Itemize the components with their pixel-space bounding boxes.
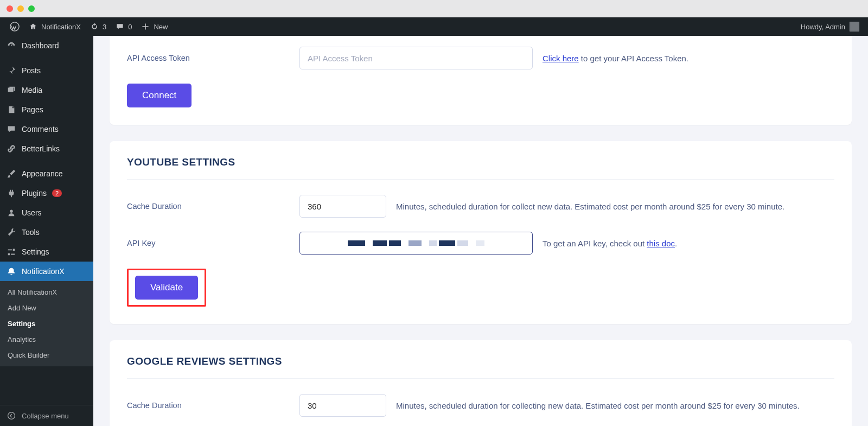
- admin-sidebar: Dashboard Posts Media Pages Comments Bet…: [0, 36, 93, 426]
- pin-icon: [7, 66, 16, 75]
- bell-icon: [7, 266, 16, 276]
- sidebar-item-users[interactable]: Users: [0, 203, 93, 222]
- sidebar-item-dashboard[interactable]: Dashboard: [0, 36, 93, 55]
- row-gr-cache: Cache Duration Minutes, scheduled durati…: [127, 394, 834, 417]
- sidebar-item-label: Plugins: [22, 189, 47, 198]
- label-yt-cache: Cache Duration: [127, 202, 299, 211]
- site-link[interactable]: NotificationX: [24, 17, 85, 36]
- svg-point-1: [10, 210, 12, 213]
- dashboard-icon: [7, 41, 16, 50]
- yt-apikey-helper: To get an API key, check out this doc.: [542, 239, 677, 248]
- masked-segment: [389, 240, 401, 246]
- panel-api-token: API Access Token Click here to get your …: [110, 36, 852, 125]
- submenu-all-notificationx[interactable]: All NotificationX: [0, 284, 93, 300]
- greeting-text: Howdy, Admin: [801, 23, 845, 31]
- window-chrome: [0, 0, 868, 17]
- refresh-icon: [90, 22, 99, 31]
- sidebar-item-settings[interactable]: Settings: [0, 242, 93, 262]
- comment-icon: [115, 22, 125, 31]
- masked-segment: [373, 240, 387, 246]
- sidebar-item-label: Media: [22, 86, 42, 94]
- pages-icon: [7, 105, 16, 115]
- masked-segment: [429, 240, 437, 246]
- wordpress-icon: [10, 22, 20, 31]
- link-icon: [7, 144, 16, 154]
- masked-segment: [409, 240, 422, 246]
- zoom-window-icon[interactable]: [28, 5, 35, 12]
- media-icon: [7, 85, 16, 95]
- validate-highlight: Validate: [127, 269, 206, 307]
- home-icon: [28, 22, 38, 31]
- api-token-input[interactable]: [299, 47, 533, 69]
- close-window-icon[interactable]: [7, 5, 13, 12]
- sidebar-submenu: All NotificationX Add New Settings Analy…: [0, 281, 93, 366]
- updates-link[interactable]: 3: [85, 17, 111, 36]
- collapse-menu[interactable]: Collapse menu: [0, 405, 93, 426]
- sidebar-item-comments[interactable]: Comments: [0, 119, 93, 139]
- sidebar-item-appearance[interactable]: Appearance: [0, 164, 93, 183]
- site-name: NotificationX: [41, 23, 81, 31]
- new-label: New: [154, 23, 168, 31]
- collapse-icon: [7, 411, 16, 421]
- yt-cache-input[interactable]: [299, 195, 386, 218]
- sidebar-item-notificationx[interactable]: NotificationX: [0, 262, 93, 281]
- gr-cache-helper: Minutes, scheduled duration for collecti…: [396, 401, 800, 410]
- row-yt-cache: Cache Duration Minutes, scheduled durati…: [127, 195, 834, 218]
- submenu-quick-builder[interactable]: Quick Builder: [0, 347, 93, 363]
- brush-icon: [7, 169, 16, 179]
- comments-link[interactable]: 0: [111, 17, 136, 36]
- submenu-add-new[interactable]: Add New: [0, 300, 93, 316]
- masked-segment: [476, 240, 484, 246]
- connect-button[interactable]: Connect: [127, 84, 192, 107]
- sliders-icon: [7, 247, 16, 257]
- label-api-token: API Access Token: [127, 54, 299, 62]
- panel-google-reviews: GOOGLE REVIEWS SETTINGS Cache Duration M…: [110, 340, 852, 426]
- content-area: API Access Token Click here to get your …: [93, 36, 868, 426]
- sidebar-item-label: Appearance: [22, 169, 63, 178]
- plugins-update-badge: 2: [52, 189, 62, 197]
- youtube-heading: YOUTUBE SETTINGS: [127, 141, 834, 180]
- sidebar-item-label: NotificationX: [22, 267, 65, 276]
- wp-logo-menu[interactable]: [5, 17, 24, 36]
- submenu-analytics[interactable]: Analytics: [0, 332, 93, 347]
- label-yt-apikey: API Key: [127, 239, 299, 247]
- masked-segment: [457, 240, 468, 246]
- masked-segment: [348, 240, 365, 246]
- plus-icon: [141, 22, 150, 31]
- sidebar-item-label: Posts: [22, 66, 41, 75]
- sidebar-item-betterlinks[interactable]: BetterLinks: [0, 139, 93, 158]
- avatar-icon: [850, 22, 859, 31]
- sidebar-item-label: Dashboard: [22, 41, 59, 50]
- submenu-settings[interactable]: Settings: [0, 316, 93, 332]
- masked-segment: [439, 240, 455, 246]
- admin-bar: NotificationX 3 0 New Howdy, Admin: [0, 17, 868, 36]
- validate-button[interactable]: Validate: [135, 276, 198, 300]
- gr-cache-input[interactable]: [299, 394, 386, 417]
- minimize-window-icon[interactable]: [17, 5, 24, 12]
- comments-count: 0: [128, 23, 132, 31]
- sidebar-item-posts[interactable]: Posts: [0, 61, 93, 80]
- row-yt-apikey: API Key To get an API: [127, 232, 834, 255]
- sidebar-item-label: Users: [22, 208, 42, 217]
- svg-point-2: [8, 412, 15, 419]
- wrench-icon: [7, 227, 16, 237]
- sidebar-item-label: BetterLinks: [22, 144, 60, 153]
- sidebar-item-label: Pages: [22, 105, 43, 114]
- collapse-label: Collapse menu: [22, 412, 69, 420]
- sidebar-item-plugins[interactable]: Plugins 2: [0, 183, 93, 203]
- new-content-link[interactable]: New: [136, 17, 172, 36]
- yt-apikey-doc-link[interactable]: this doc: [647, 239, 675, 248]
- plugin-icon: [7, 188, 16, 198]
- api-token-helper-link[interactable]: Click here: [542, 54, 579, 63]
- sidebar-item-label: Settings: [22, 247, 49, 256]
- sidebar-item-pages[interactable]: Pages: [0, 100, 93, 119]
- panel-youtube: YOUTUBE SETTINGS Cache Duration Minutes,…: [110, 141, 852, 324]
- user-menu[interactable]: Howdy, Admin: [801, 22, 863, 31]
- sidebar-item-media[interactable]: Media: [0, 80, 93, 100]
- sidebar-item-tools[interactable]: Tools: [0, 222, 93, 242]
- user-icon: [7, 208, 16, 218]
- sidebar-item-label: Tools: [22, 228, 40, 237]
- row-api-token: API Access Token Click here to get your …: [127, 47, 834, 69]
- yt-apikey-input[interactable]: [299, 232, 533, 255]
- yt-cache-helper: Minutes, scheduled duration for collect …: [396, 202, 784, 211]
